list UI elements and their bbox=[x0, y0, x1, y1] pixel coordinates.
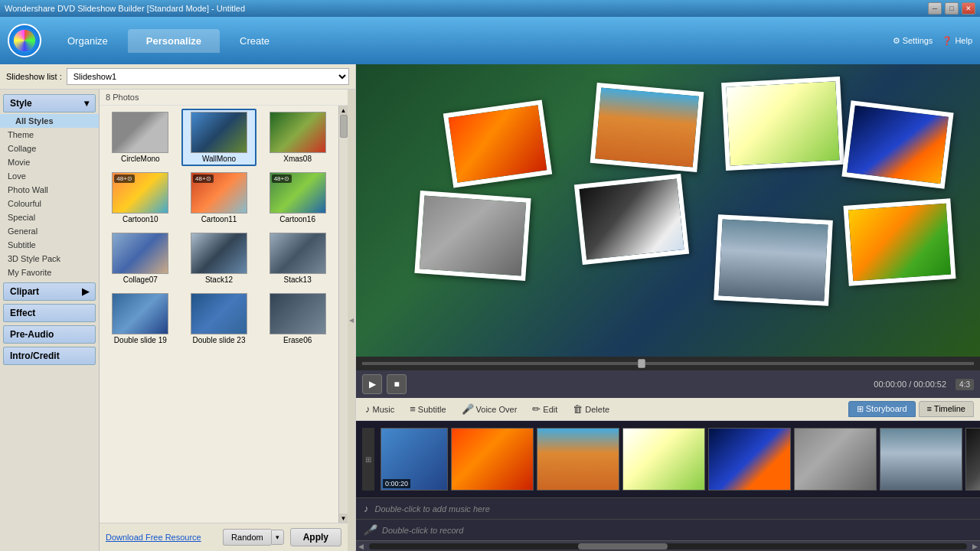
subtitle-icon: ≡ bbox=[410, 403, 416, 415]
preview-img-koala bbox=[420, 195, 526, 276]
edit-button[interactable]: ✏ Edit bbox=[529, 402, 560, 416]
thumb-doubleslide23[interactable]: Double slide 23 bbox=[181, 290, 257, 347]
side-collapse-tab[interactable]: ◀ bbox=[348, 90, 355, 551]
music-button[interactable]: ♪ Music bbox=[362, 402, 397, 416]
scroll-right-arrow[interactable]: ▶ bbox=[970, 543, 980, 550]
timeline-tab[interactable]: ≡ Timeline bbox=[919, 401, 974, 417]
storyboard-tab[interactable]: ⊞ Storyboard bbox=[848, 401, 916, 417]
settings-button[interactable]: ⚙ Settings bbox=[893, 36, 933, 46]
thumb-erase06[interactable]: Erase06 bbox=[260, 290, 335, 347]
sidebar-item-special[interactable]: Special bbox=[0, 210, 99, 224]
thumb-img-doubleslide23 bbox=[191, 293, 247, 334]
thumb-wallmono[interactable]: WallMono bbox=[181, 109, 257, 166]
tab-personalize[interactable]: Personalize bbox=[128, 29, 220, 53]
sidebar-item-all-styles[interactable]: All Styles bbox=[0, 114, 99, 128]
scroll-thumb[interactable] bbox=[578, 543, 668, 549]
play-button[interactable]: ▶ bbox=[362, 374, 382, 394]
thumb-label-cartoon10: Cartoon10 bbox=[122, 215, 158, 223]
thumb-circlemono[interactable]: CircleMono bbox=[103, 109, 178, 166]
scrollbar-thumb[interactable] bbox=[340, 115, 348, 138]
filmstrip[interactable]: ⊞ 0:00:20 bbox=[356, 421, 980, 497]
seekbar-track[interactable] bbox=[362, 362, 974, 365]
film-thumb-2[interactable] bbox=[537, 428, 619, 491]
thumbnail-scrollbar[interactable]: ▲ ▼ bbox=[338, 106, 348, 523]
music-row-2[interactable]: 🎤 Double-click to record bbox=[356, 519, 980, 540]
play-icon: ▶ bbox=[369, 379, 376, 390]
download-link[interactable]: Download Free Resource bbox=[106, 533, 217, 542]
scrollbar-down-arrow[interactable]: ▼ bbox=[341, 514, 347, 523]
section-clipart[interactable]: Clipart ▶ bbox=[3, 282, 96, 301]
delete-button[interactable]: 🗑 Delete bbox=[570, 402, 612, 416]
thumb-badge-cartoon11: 48+⊙ bbox=[193, 174, 214, 183]
sidebar-item-3d-style-pack[interactable]: 3D Style Pack bbox=[0, 252, 99, 266]
seekbar-handle[interactable] bbox=[638, 359, 645, 368]
section-effect[interactable]: Effect bbox=[3, 304, 96, 322]
random-button[interactable]: Random bbox=[223, 529, 271, 546]
thumb-cartoon16[interactable]: 48+⊙ Cartoon16 bbox=[260, 169, 335, 227]
sidebar-item-love[interactable]: Love bbox=[0, 169, 99, 183]
sidebar-item-general[interactable]: General bbox=[0, 224, 99, 238]
storyboard-icon: ⊞ bbox=[857, 404, 866, 413]
scrollbar-track[interactable] bbox=[339, 115, 348, 514]
apply-button[interactable]: Apply bbox=[290, 528, 341, 546]
thumb-stack13[interactable]: Stack13 bbox=[260, 230, 335, 287]
slideshow-select[interactable]: Slideshow1 bbox=[67, 68, 349, 85]
seekbar-area[interactable] bbox=[356, 357, 980, 370]
section-intro-credit[interactable]: Intro/Credit bbox=[3, 347, 96, 365]
sidebar-item-colourful[interactable]: Colourful bbox=[0, 197, 99, 210]
help-button[interactable]: ❓ Help bbox=[942, 36, 972, 46]
close-button[interactable]: ✕ bbox=[962, 2, 975, 15]
preview-photo-7 bbox=[714, 214, 833, 306]
thumb-img-stack13 bbox=[270, 233, 326, 274]
thumb-doubleslide19[interactable]: Double slide 19 bbox=[103, 290, 178, 347]
subtitle-button[interactable]: ≡ Subtitle bbox=[407, 402, 449, 416]
section-pre-audio[interactable]: Pre-Audio bbox=[3, 325, 96, 344]
thumb-cartoon10[interactable]: 48+⊙ Cartoon10 bbox=[103, 169, 178, 227]
thumb-collage07[interactable]: Collage07 bbox=[103, 230, 178, 287]
preview-photo-4 bbox=[841, 100, 953, 189]
titlebar: Wondershare DVD Slideshow Builder [Stand… bbox=[0, 0, 980, 17]
voice-over-button[interactable]: 🎤 Voice Over bbox=[459, 402, 521, 416]
music-row-1[interactable]: ♪ Double-click to add music here bbox=[356, 497, 980, 519]
scroll-track[interactable] bbox=[369, 543, 967, 549]
minimize-button[interactable]: ─ bbox=[928, 2, 942, 15]
film-thumb-5[interactable] bbox=[794, 428, 877, 491]
preview-img-penguins bbox=[579, 179, 684, 260]
time-display: 00:00:00 / 00:00:52 bbox=[874, 380, 946, 389]
sidebar-item-collage[interactable]: Collage bbox=[0, 142, 99, 155]
film-thumb-4[interactable] bbox=[708, 428, 791, 491]
tab-create[interactable]: Create bbox=[221, 29, 288, 53]
left-panel: Slideshow list : Slideshow1 Style ▾ All … bbox=[0, 64, 356, 551]
thumb-stack12[interactable]: Stack12 bbox=[181, 230, 257, 287]
view-tabs: ⊞ Storyboard ≡ Timeline bbox=[848, 401, 974, 417]
sidebar-item-my-favorite[interactable]: My Favorite bbox=[0, 266, 99, 279]
sidebar-item-photo-wall[interactable]: Photo Wall bbox=[0, 183, 99, 197]
thumb-img-cartoon11: 48+⊙ bbox=[191, 172, 247, 214]
sidebar-item-subtitle[interactable]: Subtitle bbox=[0, 238, 99, 252]
film-thumb-0[interactable]: 0:00:20 bbox=[381, 428, 448, 491]
thumb-xmas08[interactable]: Xmas08 bbox=[260, 109, 335, 166]
sidebar-item-movie[interactable]: Movie bbox=[0, 155, 99, 169]
titlebar-controls: ─ □ ✕ bbox=[928, 2, 975, 15]
scroll-left-arrow[interactable]: ◀ bbox=[356, 543, 366, 550]
tab-organize[interactable]: Organize bbox=[49, 29, 126, 53]
thumb-label-wallmono: WallMono bbox=[202, 155, 236, 163]
horizontal-scrollbar[interactable]: ◀ ▶ bbox=[356, 540, 980, 551]
film-thumb-7[interactable] bbox=[965, 428, 980, 491]
stop-button[interactable]: ■ bbox=[387, 374, 407, 394]
thumb-label-collage07: Collage07 bbox=[123, 276, 158, 284]
scrollbar-up-arrow[interactable]: ▲ bbox=[341, 106, 347, 115]
music-note-icon: ♪ bbox=[364, 503, 369, 514]
film-thumb-1[interactable] bbox=[451, 428, 534, 491]
random-dropdown-button[interactable]: ▾ bbox=[271, 530, 284, 545]
thumbnails-area: 8 Photos CircleMono WallMono bbox=[100, 90, 348, 551]
sidebar-item-theme[interactable]: Theme bbox=[0, 128, 99, 142]
maximize-button[interactable]: □ bbox=[945, 2, 959, 15]
style-header[interactable]: Style ▾ bbox=[3, 94, 96, 112]
film-thumb-6[interactable] bbox=[880, 428, 962, 491]
preview-area bbox=[356, 64, 980, 357]
thumb-badge-cartoon10: 48+⊙ bbox=[114, 174, 135, 183]
film-thumb-3[interactable] bbox=[622, 428, 705, 491]
thumbnails-scroll[interactable]: CircleMono WallMono Xmas08 bbox=[100, 106, 338, 523]
thumb-cartoon11[interactable]: 48+⊙ Cartoon11 bbox=[181, 169, 257, 227]
